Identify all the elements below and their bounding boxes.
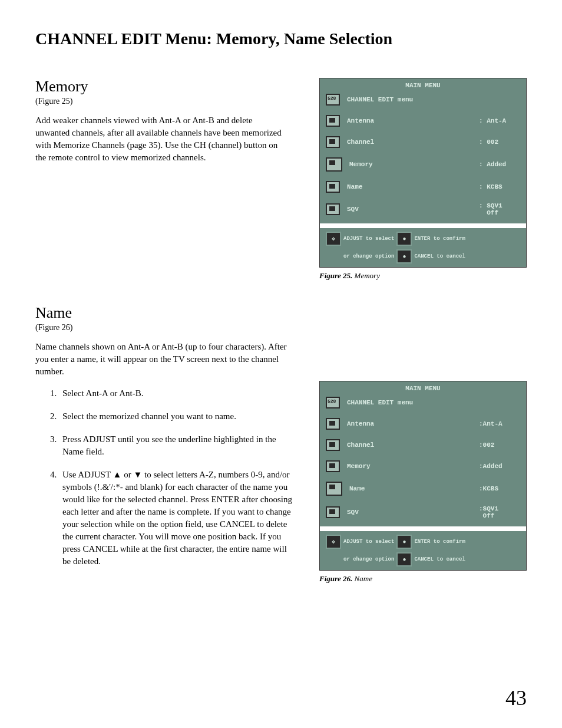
cancel-button-icon	[396, 249, 412, 263]
osd-help-bar: ADJUST to select ENTER to confirm or cha…	[320, 223, 526, 267]
help-text: ENTER to confirm	[414, 539, 465, 545]
osd-label: SQV	[347, 206, 479, 213]
caption-text: Memory	[352, 271, 380, 280]
osd-label: SQV	[347, 509, 479, 516]
adjust-dpad-icon	[326, 535, 341, 549]
step-1: Select Ant-A or Ant-B.	[59, 387, 295, 400]
menu-item-icon	[326, 439, 340, 451]
osd-row-channel: Channel :002	[320, 437, 526, 458]
osd-title: MAIN MENU	[320, 78, 526, 91]
help-text: ENTER to confirm	[414, 236, 465, 242]
help-text: CANCEL to cancel	[414, 253, 465, 259]
figure-25-caption: Figure 25. Memory	[319, 271, 527, 281]
caption-label: Figure 25.	[319, 271, 352, 280]
figure-26-caption: Figure 26. Name	[319, 574, 527, 584]
osd-label: Name	[347, 183, 479, 190]
menu-item-icon	[326, 506, 340, 518]
figure-25-osd: MAIN MENU CHANNEL EDIT menu Antenna : An…	[319, 78, 527, 268]
osd-value: : SQV1 Off	[479, 202, 520, 216]
osd-row-sqv: SQV : SQV1 Off	[320, 200, 526, 223]
osd-help-bar: ADJUST to select ENTER to confirm or cha…	[320, 526, 526, 570]
osd-value: :Ant-A	[479, 420, 520, 427]
osd-title: MAIN MENU	[320, 381, 526, 394]
osd-value: :002	[479, 442, 520, 449]
osd-label: Channel	[347, 139, 479, 146]
channel-edit-icon	[326, 397, 340, 409]
osd-label: Memory	[349, 161, 479, 168]
menu-item-icon	[326, 136, 340, 148]
name-section: Name (Figure 26) Name channels shown on …	[35, 304, 527, 584]
enter-button-icon	[396, 232, 412, 246]
osd-header: CHANNEL EDIT menu	[347, 399, 520, 406]
osd-value: : 002	[479, 139, 520, 146]
osd-label: Antenna	[347, 117, 479, 124]
caption-text: Name	[352, 574, 372, 583]
osd-label: Memory	[347, 463, 479, 470]
osd-value: :Added	[479, 463, 520, 470]
osd-value: :KCBS	[479, 485, 520, 492]
help-text: ADJUST to select	[343, 236, 394, 242]
menu-item-icon	[326, 482, 342, 496]
osd-header-row: CHANNEL EDIT menu	[320, 394, 526, 416]
help-text: ADJUST to select	[343, 539, 394, 545]
name-steps: Select Ant-A or Ant-B. Select the memori…	[35, 387, 295, 568]
osd-label: Antenna	[347, 420, 479, 427]
channel-edit-icon	[326, 94, 340, 106]
name-body: Name channels shown on Ant-A or Ant-B (u…	[35, 341, 289, 378]
name-heading: Name	[35, 304, 295, 322]
osd-value: : Added	[479, 161, 520, 168]
step-3: Press ADJUST until you see the underline…	[59, 433, 295, 458]
memory-heading: Memory	[35, 78, 295, 95]
menu-item-icon	[326, 203, 340, 215]
memory-body: Add weaker channels viewed with Ant-A or…	[35, 114, 289, 164]
name-figref: (Figure 26)	[35, 323, 295, 332]
step-4: Use ADJUST ▲ or ▼ to select letters A-Z,…	[59, 469, 295, 568]
memory-section: Memory (Figure 25) Add weaker channels v…	[35, 78, 527, 281]
osd-value: :SQV1 Off	[479, 505, 520, 519]
osd-value: : KCBS	[479, 183, 520, 190]
osd-row-channel: Channel : 002	[320, 134, 526, 155]
osd-header: CHANNEL EDIT menu	[347, 96, 520, 103]
cancel-button-icon	[396, 552, 412, 566]
osd-row-memory: Memory :Added	[320, 458, 526, 479]
help-text: or change option	[343, 253, 394, 259]
menu-item-icon	[326, 460, 340, 472]
menu-item-icon	[326, 157, 342, 172]
step-2: Select the memorized channel you want to…	[59, 410, 295, 423]
menu-item-icon	[326, 115, 340, 127]
menu-item-icon	[326, 181, 340, 193]
osd-header-row: CHANNEL EDIT menu	[320, 91, 526, 113]
page-number: 43	[505, 686, 527, 710]
osd-row-antenna: Antenna :Ant-A	[320, 416, 526, 437]
help-text: or change option	[343, 556, 394, 562]
osd-row-name: Name : KCBS	[320, 179, 526, 200]
memory-figref: (Figure 25)	[35, 97, 295, 106]
osd-label: Channel	[347, 442, 479, 449]
page-title: CHANNEL EDIT Menu: Memory, Name Selectio…	[35, 29, 527, 48]
adjust-dpad-icon	[326, 232, 341, 246]
osd-label: Name	[349, 485, 479, 492]
osd-row-name: Name :KCBS	[320, 479, 526, 503]
help-text: CANCEL to cancel	[414, 556, 465, 562]
caption-label: Figure 26.	[319, 574, 352, 583]
osd-row-sqv: SQV :SQV1 Off	[320, 503, 526, 526]
osd-value: : Ant-A	[479, 117, 520, 124]
figure-26-osd: MAIN MENU CHANNEL EDIT menu Antenna :Ant…	[319, 381, 527, 571]
menu-item-icon	[326, 418, 340, 430]
osd-row-memory: Memory : Added	[320, 155, 526, 179]
osd-row-antenna: Antenna : Ant-A	[320, 113, 526, 134]
enter-button-icon	[396, 535, 412, 549]
